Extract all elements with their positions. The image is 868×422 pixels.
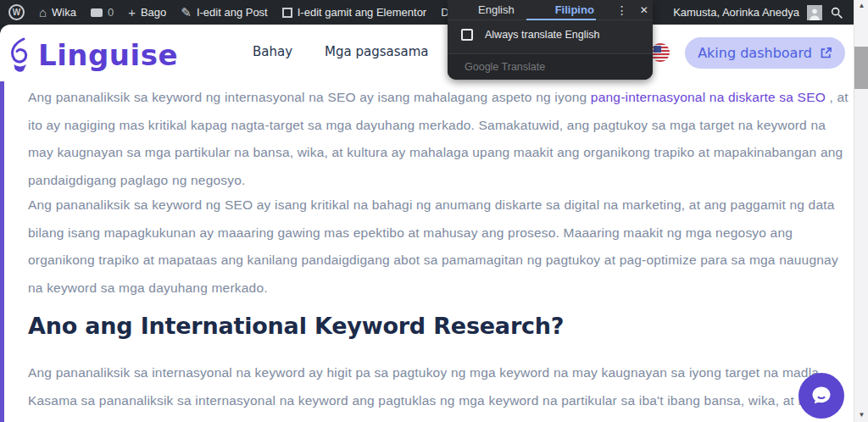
- scrollbar-track[interactable]: ▲ ▼: [854, 0, 868, 422]
- admin-bar-new[interactable]: + Bago: [128, 6, 166, 19]
- admin-bar-item-label: I-edit gamit ang Elementor: [298, 6, 426, 19]
- seo-strategy-link[interactable]: pang-internasyonal na diskarte sa SEO: [591, 90, 826, 104]
- logo-text: Linguise: [38, 38, 178, 72]
- aking-dashboard-button[interactable]: Aking dashboard: [685, 37, 845, 69]
- translate-tabs: English Filipino ⋮ ✕: [448, 0, 653, 20]
- wordpress-logo-icon[interactable]: W: [8, 4, 25, 20]
- tab-english[interactable]: English: [478, 3, 515, 16]
- paragraph-1: Ang pananaliksik sa keyword ng internasy…: [28, 84, 854, 194]
- screen: W ⌂ Wika 0 + Bago ✎ I-edit ang Post I-ed…: [0, 0, 868, 422]
- scroll-down-arrow-icon[interactable]: ▼: [854, 409, 868, 421]
- admin-bar-edit-elementor[interactable]: I-edit gamit ang Elementor: [282, 6, 426, 19]
- always-translate-label: Always translate English: [485, 29, 599, 41]
- paragraph-1-text: , at ito ay nagiging mas kritikal kapag …: [28, 90, 849, 187]
- google-translate-popup: English Filipino ⋮ ✕ Always translate En…: [448, 0, 653, 80]
- active-tab-underline: [526, 19, 596, 20]
- admin-bar-item-label: I-edit ang Post: [197, 6, 268, 19]
- admin-bar-greeting: Kamusta, Aorinka Anedya: [673, 6, 799, 19]
- avatar: [807, 5, 822, 20]
- always-translate-row: Always translate English: [461, 29, 653, 41]
- nav-item-mga-pagsasama[interactable]: Mga pagsasama: [325, 44, 428, 59]
- us-flag-icon[interactable]: [651, 43, 670, 62]
- admin-bar-comments[interactable]: 0: [91, 6, 114, 19]
- admin-bar-item-label: Wika: [52, 6, 76, 19]
- always-translate-checkbox[interactable]: [461, 29, 473, 41]
- admin-bar-site-name[interactable]: ⌂ Wika: [39, 6, 76, 19]
- plus-icon: +: [128, 6, 136, 19]
- linguise-logo[interactable]: Linguise: [7, 36, 178, 74]
- home-icon: ⌂: [39, 6, 47, 19]
- admin-bar-account[interactable]: Kamusta, Aorinka Anedya: [673, 6, 799, 19]
- search-icon[interactable]: [830, 6, 843, 19]
- section-heading: Ano ang International Keyword Research?: [28, 313, 564, 339]
- admin-bar-item-label: Bago: [141, 6, 166, 19]
- scrollbar-thumb[interactable]: [854, 47, 868, 89]
- external-link-icon: [820, 47, 832, 59]
- chat-widget-button[interactable]: [798, 373, 844, 419]
- tab-filipino[interactable]: Filipino: [555, 3, 594, 16]
- elementor-icon: [282, 8, 292, 18]
- close-icon[interactable]: ✕: [640, 4, 648, 16]
- paragraph-3: Ang pananaliksik sa internasyonal na key…: [28, 359, 854, 422]
- left-accent-stripe: [0, 81, 4, 422]
- wp-admin-bar: W ⌂ Wika 0 + Bago ✎ I-edit ang Post I-ed…: [0, 0, 854, 25]
- pencil-icon: ✎: [181, 6, 192, 19]
- paragraph-2: Ang pananaliksik sa keyword ng SEO ay is…: [28, 192, 854, 302]
- comments-icon: [91, 8, 103, 17]
- chat-bubble-icon: [810, 384, 833, 408]
- dashboard-button-label: Aking dashboard: [698, 45, 812, 61]
- admin-bar-edit-post[interactable]: ✎ I-edit ang Post: [181, 6, 267, 19]
- site-page: Linguise Bahay Mga pagsasama Mga Aking d…: [0, 25, 854, 422]
- linguise-logo-icon: [7, 36, 32, 74]
- comment-count: 0: [108, 6, 114, 19]
- paragraph-1-text: Ang pananaliksik sa keyword ng internasy…: [28, 90, 591, 104]
- scroll-up-arrow-icon[interactable]: ▲: [854, 0, 868, 12]
- google-translate-footer: Google Translate: [448, 53, 653, 80]
- overflow-menu-icon[interactable]: ⋮: [616, 3, 628, 17]
- person-icon: [808, 7, 821, 20]
- nav-item-bahay[interactable]: Bahay: [253, 44, 292, 59]
